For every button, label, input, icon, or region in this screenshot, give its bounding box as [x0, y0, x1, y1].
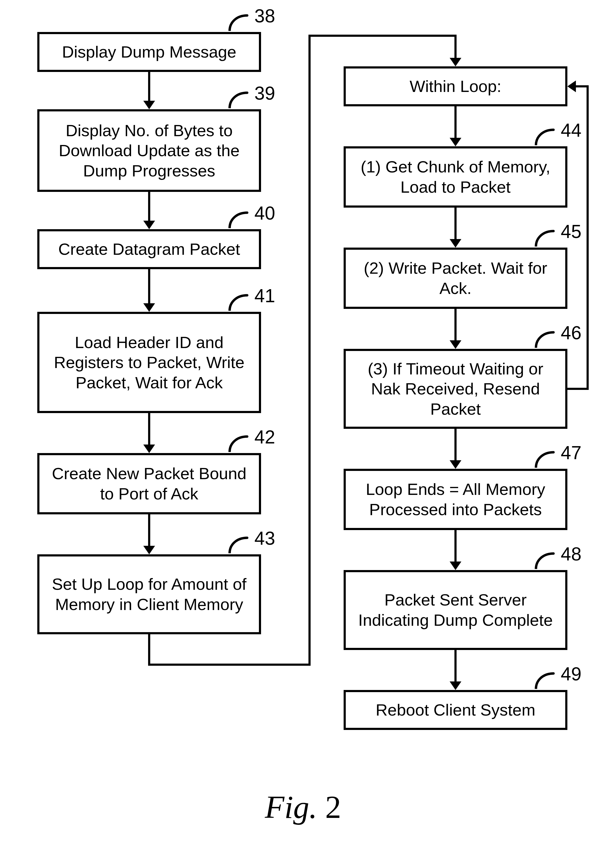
- node-number-44: 44: [561, 120, 581, 141]
- node-46: (3) If Timeout Waiting or Nak Received, …: [344, 349, 567, 429]
- callout-hook-49: [533, 670, 557, 689]
- caption-number: 2: [325, 789, 341, 825]
- callout-hook-40: [226, 209, 250, 228]
- node-43: Set Up Loop for Amount of Memory in Clie…: [37, 554, 261, 634]
- node-47: Loop Ends = All Memory Processed into Pa…: [344, 469, 567, 530]
- seg-43-h1: [148, 663, 311, 666]
- seg-43-down: [148, 634, 150, 666]
- caption-prefix: Fig.: [265, 789, 325, 825]
- node-45: (2) Write Packet. Wait for Ack.: [344, 248, 567, 309]
- callout-hook-39: [226, 90, 250, 108]
- node-number-39: 39: [254, 83, 275, 104]
- seg-43-h2: [308, 35, 456, 37]
- node-number-47: 47: [561, 442, 581, 463]
- node-number-46: 46: [561, 322, 581, 344]
- node-39: Display No. of Bytes to Download Update …: [37, 109, 261, 192]
- node-42: Create New Packet Bound to Port of Ack: [37, 453, 261, 515]
- callout-hook-47: [533, 449, 557, 468]
- node-number-45: 45: [561, 221, 581, 242]
- callout-hook-46: [533, 329, 557, 348]
- arrowhead-feedback: [567, 81, 576, 92]
- seg-fb-up: [587, 85, 589, 390]
- arrowhead-into-loop: [450, 58, 461, 67]
- callout-hook-45: [533, 228, 557, 246]
- figure-caption: Fig. 2: [0, 789, 606, 826]
- node-38: Display Dump Message: [37, 32, 261, 72]
- callout-hook-41: [226, 292, 250, 311]
- node-49: Reboot Client System: [344, 690, 567, 730]
- node-41: Load Header ID and Registers to Packet, …: [37, 312, 261, 413]
- node-48: Packet Sent Server Indicating Dump Compl…: [344, 570, 567, 650]
- node-40: Create Datagram Packet: [37, 229, 261, 269]
- node-loop: Within Loop:: [344, 67, 567, 106]
- callout-hook-44: [533, 127, 557, 145]
- node-number-38: 38: [254, 5, 275, 26]
- node-number-48: 48: [561, 543, 581, 565]
- callout-hook-43: [226, 535, 250, 553]
- node-number-41: 41: [254, 285, 275, 307]
- seg-fb-in: [576, 85, 589, 87]
- flowchart-canvas: 38 Display Dump Message 39 Display No. o…: [0, 0, 606, 868]
- node-number-42: 42: [254, 426, 275, 448]
- callout-hook-38: [226, 12, 250, 31]
- seg-fb-out: [567, 388, 589, 390]
- node-number-49: 49: [561, 663, 581, 685]
- seg-43-up: [308, 35, 311, 666]
- seg-43-intoLoop: [454, 35, 456, 58]
- callout-hook-48: [533, 550, 557, 569]
- node-44: (1) Get Chunk of Memory, Load to Packet: [344, 146, 567, 208]
- node-number-40: 40: [254, 203, 275, 224]
- callout-hook-42: [226, 433, 250, 452]
- node-number-43: 43: [254, 528, 275, 549]
